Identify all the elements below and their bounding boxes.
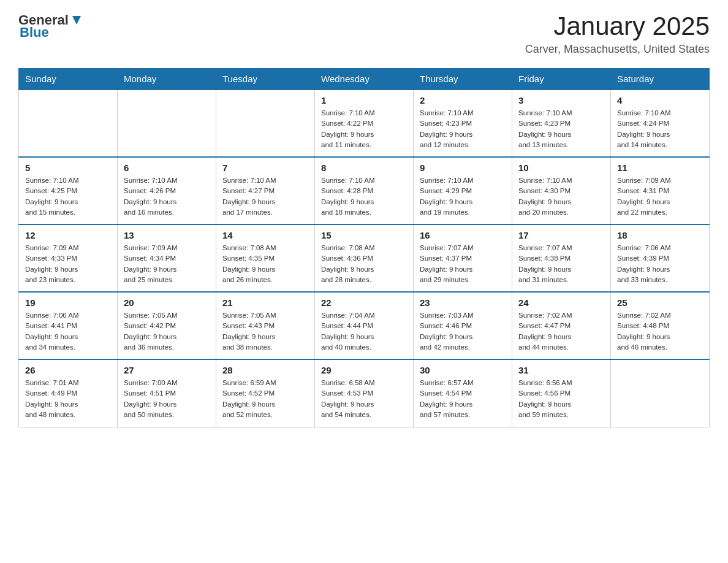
calendar-title: January 2025	[525, 12, 710, 40]
day-info: Sunrise: 7:10 AM Sunset: 4:23 PM Dayligh…	[518, 108, 604, 150]
weekday-header-sunday: Sunday	[19, 69, 118, 90]
calendar-empty-cell	[611, 359, 710, 427]
day-info: Sunrise: 7:10 AM Sunset: 4:22 PM Dayligh…	[321, 108, 407, 150]
weekday-header-saturday: Saturday	[611, 69, 710, 90]
day-number: 2	[420, 95, 506, 105]
day-number: 26	[25, 365, 111, 375]
day-info: Sunrise: 7:08 AM Sunset: 4:35 PM Dayligh…	[222, 243, 308, 285]
day-info: Sunrise: 7:02 AM Sunset: 4:47 PM Dayligh…	[518, 310, 604, 353]
day-number: 28	[222, 365, 308, 375]
day-number: 19	[25, 297, 111, 308]
day-info: Sunrise: 7:10 AM Sunset: 4:29 PM Dayligh…	[420, 175, 506, 218]
day-number: 13	[124, 230, 210, 240]
calendar-day-cell: 2Sunrise: 7:10 AM Sunset: 4:23 PM Daylig…	[414, 90, 512, 157]
day-info: Sunrise: 7:08 AM Sunset: 4:36 PM Dayligh…	[321, 243, 407, 285]
day-number: 27	[124, 365, 210, 375]
day-number: 21	[222, 297, 308, 308]
calendar-day-cell: 27Sunrise: 7:00 AM Sunset: 4:51 PM Dayli…	[118, 359, 216, 427]
weekday-header-monday: Monday	[118, 69, 216, 90]
day-number: 7	[222, 163, 308, 173]
calendar-day-cell: 20Sunrise: 7:05 AM Sunset: 4:42 PM Dayli…	[118, 292, 216, 359]
day-number: 30	[420, 365, 506, 375]
day-info: Sunrise: 6:58 AM Sunset: 4:53 PM Dayligh…	[321, 378, 407, 420]
calendar-week-row: 1Sunrise: 7:10 AM Sunset: 4:22 PM Daylig…	[19, 90, 710, 157]
calendar-day-cell: 17Sunrise: 7:07 AM Sunset: 4:38 PM Dayli…	[512, 224, 611, 292]
weekday-header-friday: Friday	[512, 69, 611, 90]
day-number: 24	[518, 297, 604, 308]
calendar-day-cell: 24Sunrise: 7:02 AM Sunset: 4:47 PM Dayli…	[512, 292, 611, 359]
calendar-day-cell: 28Sunrise: 6:59 AM Sunset: 4:52 PM Dayli…	[216, 359, 315, 427]
day-number: 18	[617, 230, 703, 240]
day-number: 23	[420, 297, 506, 308]
day-number: 15	[321, 230, 407, 240]
page-header: General Blue January 2025 Carver, Massac…	[18, 12, 710, 56]
day-number: 10	[518, 163, 604, 173]
day-info: Sunrise: 7:09 AM Sunset: 4:34 PM Dayligh…	[124, 243, 210, 285]
calendar-day-cell: 8Sunrise: 7:10 AM Sunset: 4:28 PM Daylig…	[315, 157, 414, 224]
calendar-day-cell: 14Sunrise: 7:08 AM Sunset: 4:35 PM Dayli…	[216, 224, 315, 292]
day-number: 25	[617, 297, 703, 308]
calendar-day-cell: 21Sunrise: 7:05 AM Sunset: 4:43 PM Dayli…	[216, 292, 315, 359]
weekday-header-tuesday: Tuesday	[216, 69, 315, 90]
calendar-subtitle: Carver, Massachusetts, United States	[525, 43, 710, 56]
day-info: Sunrise: 7:06 AM Sunset: 4:39 PM Dayligh…	[617, 243, 703, 285]
day-info: Sunrise: 7:05 AM Sunset: 4:42 PM Dayligh…	[124, 310, 210, 353]
weekday-header-wednesday: Wednesday	[315, 69, 414, 90]
calendar-day-cell: 6Sunrise: 7:10 AM Sunset: 4:26 PM Daylig…	[118, 157, 216, 224]
day-number: 29	[321, 365, 407, 375]
calendar-day-cell: 5Sunrise: 7:10 AM Sunset: 4:25 PM Daylig…	[19, 157, 118, 224]
day-info: Sunrise: 7:10 AM Sunset: 4:24 PM Dayligh…	[617, 108, 703, 150]
calendar-day-cell: 18Sunrise: 7:06 AM Sunset: 4:39 PM Dayli…	[611, 224, 710, 292]
calendar-day-cell: 7Sunrise: 7:10 AM Sunset: 4:27 PM Daylig…	[216, 157, 315, 224]
day-number: 11	[617, 163, 703, 173]
logo-blue-text: Blue	[20, 25, 49, 40]
day-number: 31	[518, 365, 604, 375]
calendar-day-cell: 23Sunrise: 7:03 AM Sunset: 4:46 PM Dayli…	[414, 292, 512, 359]
calendar-day-cell: 19Sunrise: 7:06 AM Sunset: 4:41 PM Dayli…	[19, 292, 118, 359]
day-info: Sunrise: 7:00 AM Sunset: 4:51 PM Dayligh…	[124, 378, 210, 420]
day-info: Sunrise: 7:04 AM Sunset: 4:44 PM Dayligh…	[321, 310, 407, 353]
day-info: Sunrise: 7:10 AM Sunset: 4:26 PM Dayligh…	[124, 175, 210, 218]
day-number: 16	[420, 230, 506, 240]
calendar-empty-cell	[19, 90, 118, 157]
calendar-day-cell: 26Sunrise: 7:01 AM Sunset: 4:49 PM Dayli…	[19, 359, 118, 427]
calendar-day-cell: 1Sunrise: 7:10 AM Sunset: 4:22 PM Daylig…	[315, 90, 414, 157]
day-number: 8	[321, 163, 407, 173]
day-number: 1	[321, 95, 407, 105]
weekday-header-thursday: Thursday	[414, 69, 512, 90]
day-number: 17	[518, 230, 604, 240]
day-info: Sunrise: 7:10 AM Sunset: 4:30 PM Dayligh…	[518, 175, 604, 218]
title-section: January 2025 Carver, Massachusetts, Unit…	[525, 12, 710, 56]
day-number: 20	[124, 297, 210, 308]
calendar-week-row: 26Sunrise: 7:01 AM Sunset: 4:49 PM Dayli…	[19, 359, 710, 427]
calendar-day-cell: 10Sunrise: 7:10 AM Sunset: 4:30 PM Dayli…	[512, 157, 611, 224]
calendar-day-cell: 12Sunrise: 7:09 AM Sunset: 4:33 PM Dayli…	[19, 224, 118, 292]
logo: General Blue	[18, 12, 83, 40]
svg-marker-0	[72, 16, 81, 25]
day-number: 14	[222, 230, 308, 240]
calendar-week-row: 12Sunrise: 7:09 AM Sunset: 4:33 PM Dayli…	[19, 224, 710, 292]
calendar-day-cell: 29Sunrise: 6:58 AM Sunset: 4:53 PM Dayli…	[315, 359, 414, 427]
calendar-day-cell: 15Sunrise: 7:08 AM Sunset: 4:36 PM Dayli…	[315, 224, 414, 292]
day-number: 3	[518, 95, 604, 105]
day-info: Sunrise: 6:57 AM Sunset: 4:54 PM Dayligh…	[420, 378, 506, 420]
calendar-day-cell: 9Sunrise: 7:10 AM Sunset: 4:29 PM Daylig…	[414, 157, 512, 224]
calendar-table: SundayMondayTuesdayWednesdayThursdayFrid…	[18, 68, 710, 427]
day-info: Sunrise: 7:07 AM Sunset: 4:37 PM Dayligh…	[420, 243, 506, 285]
day-number: 6	[124, 163, 210, 173]
calendar-day-cell: 22Sunrise: 7:04 AM Sunset: 4:44 PM Dayli…	[315, 292, 414, 359]
day-info: Sunrise: 6:56 AM Sunset: 4:56 PM Dayligh…	[518, 378, 604, 420]
calendar-day-cell: 25Sunrise: 7:02 AM Sunset: 4:48 PM Dayli…	[611, 292, 710, 359]
day-info: Sunrise: 7:09 AM Sunset: 4:31 PM Dayligh…	[617, 175, 703, 218]
day-info: Sunrise: 7:05 AM Sunset: 4:43 PM Dayligh…	[222, 310, 308, 353]
calendar-day-cell: 11Sunrise: 7:09 AM Sunset: 4:31 PM Dayli…	[611, 157, 710, 224]
day-number: 12	[25, 230, 111, 240]
day-number: 5	[25, 163, 111, 173]
day-info: Sunrise: 7:10 AM Sunset: 4:28 PM Dayligh…	[321, 175, 407, 218]
calendar-day-cell: 31Sunrise: 6:56 AM Sunset: 4:56 PM Dayli…	[512, 359, 611, 427]
logo-triangle-icon	[70, 13, 83, 27]
day-info: Sunrise: 7:01 AM Sunset: 4:49 PM Dayligh…	[25, 378, 111, 420]
day-number: 9	[420, 163, 506, 173]
day-number: 4	[617, 95, 703, 105]
day-info: Sunrise: 7:09 AM Sunset: 4:33 PM Dayligh…	[25, 243, 111, 285]
